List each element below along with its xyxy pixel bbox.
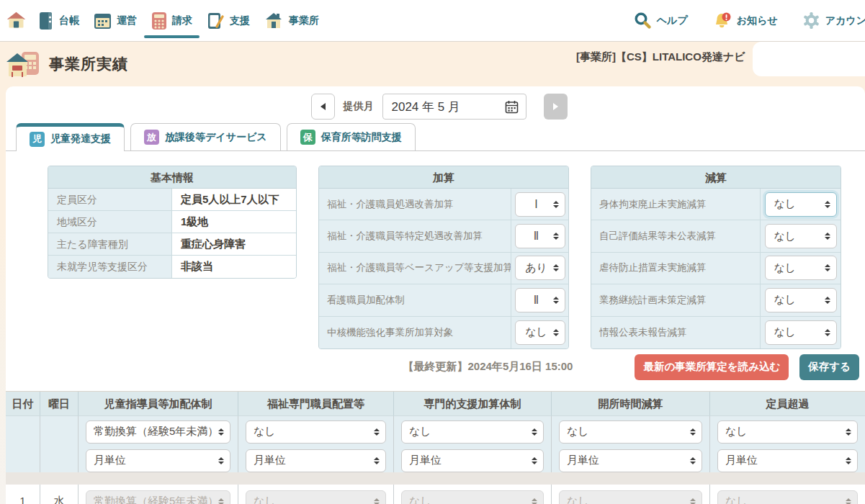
page-title-icon xyxy=(6,48,40,81)
nav-right-group: ヘルプ お知らせ アカウン xyxy=(614,0,865,41)
next-month-button[interactable] xyxy=(544,94,568,120)
deduction-select-1[interactable]: なし xyxy=(765,224,837,248)
addition-select-2[interactable]: あり xyxy=(515,256,565,280)
nav-item-label: アカウン xyxy=(825,14,865,27)
office-icon xyxy=(264,11,284,30)
load-latest-button[interactable]: 最新の事業所算定を読み込む xyxy=(635,354,789,380)
updown-icon xyxy=(553,201,559,208)
nav-item-label: 請求 xyxy=(172,14,192,27)
bulk-setting-row: 常勤換算（経験5年未満） 月単位 なし 月単位 なし 月単位 なし 月単位 なし… xyxy=(6,416,865,472)
last-updated-text: 【最終更新】2024年5月16日 15:00 xyxy=(403,360,573,374)
nav-item-label: 支援 xyxy=(230,14,250,27)
row-value: 定員5人以上7人以下 xyxy=(172,189,296,210)
bulk-select-shidouin[interactable]: 常勤換算（経験5年未満） xyxy=(86,420,230,444)
row-value: 重症心身障害 xyxy=(172,233,296,255)
select-value: 月単位 xyxy=(409,454,532,467)
basic-row: 未就学児等支援区分非該当 xyxy=(48,256,296,278)
tab-hoikusho-houmon[interactable]: 保 保育所等訪問支援 xyxy=(287,123,416,150)
updown-icon xyxy=(374,457,380,464)
nav-item-jigyosho[interactable]: 事業所 xyxy=(257,0,326,41)
bulk-select-fukushi[interactable]: なし xyxy=(246,420,386,444)
bulk-select-senmon[interactable]: なし xyxy=(401,420,544,444)
updown-icon xyxy=(825,233,830,240)
day-date: 1 xyxy=(6,485,40,504)
bulk-unit-fukushi[interactable]: 月単位 xyxy=(246,449,386,472)
deduction-select-0[interactable]: なし xyxy=(765,192,837,217)
deduction-row: 身体拘束廃止未実施減算なし xyxy=(591,189,841,220)
row-label: 看護職員加配体制 xyxy=(319,294,511,307)
calendar-picker-icon[interactable] xyxy=(505,100,519,114)
deduction-select-4[interactable]: なし xyxy=(765,320,837,345)
page-title: 事業所実績 xyxy=(49,54,128,74)
panel-title: 基本情報 xyxy=(48,166,296,189)
bulk-select-teiin[interactable]: なし xyxy=(717,420,858,444)
select-value: Ⅱ xyxy=(521,294,552,307)
bulk-unit-senmon[interactable]: 月単位 xyxy=(401,449,544,472)
row-label: 業務継続計画未策定減算 xyxy=(591,294,760,307)
home-icon xyxy=(6,10,27,31)
month-label: 提供月 xyxy=(344,100,374,113)
nav-item-help[interactable]: ヘルプ xyxy=(629,0,692,41)
addition-row: 中核機能強化事業所加算対象なし xyxy=(319,317,568,348)
updown-icon xyxy=(846,428,851,436)
select-value: 月単位 xyxy=(725,454,846,467)
nav-item-account[interactable]: アカウン xyxy=(798,0,865,41)
addition-row: 福祉・介護職員等特定処遇改善加算Ⅱ xyxy=(319,220,568,252)
updown-icon xyxy=(218,498,224,504)
bulk-select-kaisho[interactable]: なし xyxy=(559,420,702,444)
deduction-select-3[interactable]: なし xyxy=(765,288,837,312)
month-input[interactable]: 2024 年 5 月 xyxy=(382,94,526,120)
save-button[interactable]: 保存する xyxy=(799,354,859,380)
row-label: 主たる障害種別 xyxy=(48,233,172,255)
deduction-select-2[interactable]: なし xyxy=(765,256,837,280)
tab-houkago-day[interactable]: 放 放課後等デイサービス xyxy=(130,123,281,150)
nav-home[interactable] xyxy=(6,0,31,41)
select-value: 常勤換算（経験5年未満） xyxy=(94,495,218,504)
updown-icon xyxy=(218,428,224,436)
bulk-unit-kaisho[interactable]: 月単位 xyxy=(559,449,702,472)
tab-label: 放課後等デイサービス xyxy=(165,131,267,144)
nav-item-daicho[interactable]: 台帳 xyxy=(31,0,86,41)
panel-title: 減算 xyxy=(591,166,841,189)
nav-item-unei[interactable]: 運営 xyxy=(86,0,144,41)
select-value: なし xyxy=(254,495,374,504)
bell-icon xyxy=(712,11,732,30)
nav-item-label: 台帳 xyxy=(59,14,79,27)
updown-icon xyxy=(374,498,380,504)
addition-select-3[interactable]: Ⅱ xyxy=(515,288,565,312)
nav-item-label: ヘルプ xyxy=(657,14,688,27)
month-value: 2024 年 5 月 xyxy=(392,99,505,115)
updown-icon xyxy=(825,201,830,208)
updown-icon xyxy=(690,457,696,464)
bulk-unit-shidouin[interactable]: 月単位 xyxy=(86,449,230,472)
nav-item-news[interactable]: お知らせ xyxy=(708,0,782,41)
calculator-icon xyxy=(151,12,167,30)
prev-month-button[interactable] xyxy=(311,94,335,120)
office-select[interactable] xyxy=(753,42,865,76)
gear-icon xyxy=(802,12,820,30)
col-header-shidouin: 児童指導員等加配体制 xyxy=(78,392,238,416)
updown-icon xyxy=(553,264,559,271)
col-header-weekday: 曜日 xyxy=(40,392,78,416)
tab-badge: 保 xyxy=(300,130,315,145)
actions-bar: 【最終更新】2024年5月16日 15:00 最新の事業所算定を読み込む 保存す… xyxy=(6,349,865,385)
select-value: なし xyxy=(567,425,690,438)
updown-icon xyxy=(218,457,224,464)
tab-jidou-hattatsu[interactable]: 児 児童発達支援 xyxy=(16,123,125,151)
select-value: なし xyxy=(725,495,846,504)
additions-panel: 加算 福祉・介護職員処遇改善加算Ⅰ 福祉・介護職員等特定処遇改善加算Ⅱ 福祉・介… xyxy=(318,166,569,349)
basic-row: 主たる障害種別重症心身障害 xyxy=(48,233,296,256)
select-value: なし xyxy=(771,325,823,339)
addition-select-0[interactable]: Ⅰ xyxy=(515,192,565,217)
addition-select-4[interactable]: なし xyxy=(515,320,565,345)
nav-item-shien[interactable]: 支援 xyxy=(200,0,257,41)
row-label: 定員区分 xyxy=(48,189,172,210)
addition-select-1[interactable]: Ⅱ xyxy=(515,224,565,248)
bulk-unit-teiin[interactable]: 月単位 xyxy=(717,449,858,472)
daily-schedule-table: 日付 曜日 児童指導員等加配体制 福祉専門職員配置等 専門的支援加算体制 開所時… xyxy=(6,391,865,504)
select-value: 月単位 xyxy=(94,454,218,467)
basic-row: 定員区分定員5人以上7人以下 xyxy=(48,189,296,211)
nav-item-seikyu[interactable]: 請求 xyxy=(144,0,200,41)
select-value: なし xyxy=(771,197,823,211)
right-arrow-icon xyxy=(553,103,558,110)
